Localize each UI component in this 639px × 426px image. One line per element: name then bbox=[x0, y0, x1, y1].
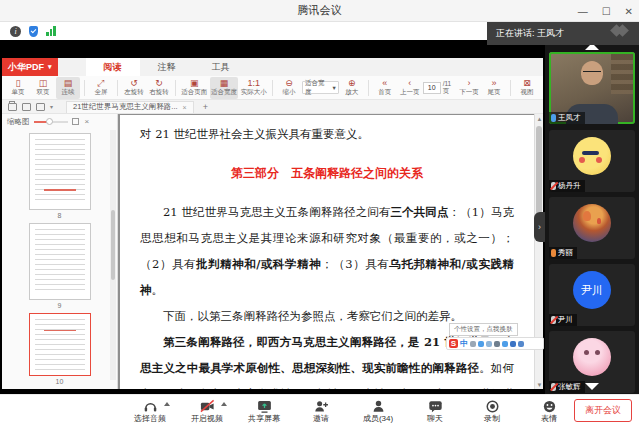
toolbar-button-label: 上一页 bbox=[400, 88, 420, 96]
view-icon: ⊠ bbox=[523, 79, 531, 88]
emoji-icon[interactable] bbox=[486, 341, 492, 347]
skin-icon[interactable] bbox=[478, 341, 484, 347]
toolbar-item-label: 聊天 bbox=[427, 414, 443, 423]
open-folder-icon[interactable] bbox=[8, 103, 17, 111]
pdf-menu-tab-阅读[interactable]: 阅读 bbox=[86, 58, 140, 76]
new-tab-button[interactable]: + bbox=[199, 102, 212, 112]
toolbar-button-label: 双页 bbox=[37, 88, 50, 96]
toolbar-item-chat[interactable]: 聊天 bbox=[413, 399, 457, 423]
toolbar-button-label: 单页 bbox=[12, 88, 25, 96]
zoom-in-icon: ⊕ bbox=[348, 79, 356, 88]
toolbar-button-rotate-right[interactable]: ↻右旋转 bbox=[147, 77, 171, 99]
print-icon[interactable] bbox=[36, 103, 45, 111]
toolbar-item-camera-off[interactable]: 开启视频 bbox=[185, 399, 229, 423]
document-tab[interactable]: 21世纪世界马克思主义阐释路... × bbox=[66, 101, 194, 113]
thumbnail-panel-title: 缩略图 bbox=[7, 117, 30, 127]
info-icon[interactable]: i bbox=[10, 26, 21, 37]
actual-icon: 1:1 bbox=[247, 79, 260, 88]
page-thumbnail[interactable] bbox=[29, 223, 91, 300]
toolbar-button-label: 适合页面 bbox=[181, 88, 207, 96]
page-thumbnail[interactable] bbox=[29, 313, 91, 376]
thumbnail-content bbox=[35, 139, 85, 204]
toolbar-button-last[interactable]: »尾页 bbox=[482, 77, 506, 99]
participant-tile[interactable]: 杨丹升 bbox=[549, 130, 635, 192]
toolbar-button-single[interactable]: ▯单页 bbox=[6, 77, 30, 99]
search-icon[interactable] bbox=[510, 341, 516, 347]
scroll-down-icon[interactable] bbox=[585, 383, 599, 390]
thumbnail-size-slider[interactable] bbox=[34, 121, 68, 123]
zoom-level-select[interactable]: 适合宽度▾ bbox=[302, 81, 339, 94]
text-run: ；（3）具有 bbox=[321, 257, 389, 271]
chevron-down-icon: ▾ bbox=[48, 63, 52, 71]
toolbar-button-next[interactable]: ›下一页 bbox=[457, 77, 481, 99]
chevron-down-icon: ▾ bbox=[332, 84, 335, 92]
toolbar-button-label: 放大 bbox=[345, 88, 358, 96]
close-panel-icon[interactable]: × bbox=[85, 117, 90, 126]
participants-sidebar: 王凤才杨丹升秀丽尹川尹川张敏辉 bbox=[545, 40, 639, 394]
punctuation-icon[interactable] bbox=[470, 341, 476, 347]
toolbar-button-label: 左旋转 bbox=[124, 88, 144, 96]
pdf-app-logo[interactable]: 小华PDF ▾ bbox=[2, 58, 58, 76]
thumbnail-scrollbar[interactable] bbox=[110, 130, 116, 380]
sogou-logo-icon[interactable]: S bbox=[449, 339, 458, 348]
close-button[interactable]: ✕ bbox=[625, 6, 633, 17]
toolbar-item-headset[interactable]: 选择音频 bbox=[128, 399, 172, 423]
toolbar-button-fit-width[interactable]: ▦适合宽度 bbox=[210, 77, 239, 99]
thumbnail-heading-line bbox=[44, 330, 76, 332]
toolbar-button-prev[interactable]: ‹上一页 bbox=[398, 77, 422, 99]
minimize-button[interactable]: — bbox=[578, 6, 588, 17]
login-icon[interactable] bbox=[518, 341, 524, 347]
toolbar-button-label: 右旋转 bbox=[149, 88, 169, 96]
toolbar-item-record[interactable]: 录制 bbox=[470, 399, 514, 423]
pdf-menu-tab-注释[interactable]: 注释 bbox=[140, 58, 194, 76]
toolbar-button-label: 连续 bbox=[62, 88, 75, 96]
toolbar-button-fit-page[interactable]: ▣适合页面 bbox=[180, 77, 209, 99]
scroll-up-icon[interactable]: ▲ bbox=[535, 114, 543, 123]
input-mode-icon[interactable]: 中 bbox=[460, 338, 468, 349]
toolbar-button-continuous[interactable]: ▤连续 bbox=[56, 77, 80, 99]
mic-icon bbox=[551, 114, 556, 122]
expand-icon[interactable] bbox=[72, 118, 79, 125]
toolbar-button-first[interactable]: «首页 bbox=[373, 77, 397, 99]
scroll-down-icon[interactable]: ▼ bbox=[535, 380, 543, 389]
page-thumbnail[interactable] bbox=[29, 133, 91, 210]
leave-meeting-button[interactable]: 离开会议 bbox=[574, 399, 632, 422]
toolbar-button-actual[interactable]: 1:1实际大小 bbox=[239, 77, 268, 99]
mic-muted-icon bbox=[551, 316, 556, 324]
prev-icon: ‹ bbox=[408, 79, 411, 88]
meeting-watermark-icon bbox=[615, 26, 627, 37]
page-number-input[interactable] bbox=[423, 82, 441, 94]
keyboard-icon[interactable] bbox=[494, 341, 500, 347]
toolbar-item-members[interactable]: 成员(34) bbox=[356, 399, 400, 423]
participant-tile[interactable]: 王凤才 bbox=[549, 52, 635, 124]
last-icon: » bbox=[492, 79, 497, 88]
participant-name: 秀丽 bbox=[558, 248, 573, 258]
toolbar-button-view[interactable]: ⊠视图 bbox=[515, 77, 539, 99]
close-tab-icon[interactable]: × bbox=[183, 104, 187, 111]
toolbox-icon[interactable] bbox=[502, 341, 508, 347]
participant-tile[interactable]: 尹川尹川 bbox=[549, 264, 635, 326]
window-titlebar: 腾讯会议 — ☐ ✕ bbox=[0, 0, 639, 22]
shield-icon[interactable] bbox=[29, 26, 38, 37]
text-run: 批判精神和/或科学精神 bbox=[196, 257, 321, 271]
toolbar-button-zoom-out[interactable]: ⊖缩小 bbox=[277, 77, 301, 99]
toolbar-item-share-screen[interactable]: 共享屏幕 bbox=[242, 399, 286, 423]
page-number-label: 9 bbox=[58, 302, 62, 309]
toolbar-button-fullscreen[interactable]: ⤢全屏 bbox=[89, 77, 113, 99]
chevron-up-icon[interactable] bbox=[164, 402, 170, 406]
new-doc-icon[interactable] bbox=[22, 103, 31, 111]
toolbar-button-rotate-left[interactable]: ↺左旋转 bbox=[122, 77, 146, 99]
toolbar-button-zoom-in[interactable]: ⊕放大 bbox=[340, 77, 364, 99]
share-screen-icon bbox=[257, 399, 272, 414]
pdf-toolbar: ▯单页◫双页▤连续⤢全屏↺左旋转↻右旋转▣适合页面▦适合宽度1:1实际大小⊖缩小… bbox=[2, 76, 543, 100]
collapse-sidebar-handle[interactable]: › bbox=[534, 212, 545, 242]
chevron-down-icon[interactable]: ▾ bbox=[50, 103, 53, 110]
maximize-button[interactable]: ☐ bbox=[602, 6, 611, 17]
participant-tile[interactable]: 秀丽 bbox=[549, 197, 635, 259]
toolbar-separator bbox=[175, 80, 176, 96]
chevron-up-icon[interactable] bbox=[221, 402, 227, 406]
toolbar-item-emoji[interactable]: 表情 bbox=[527, 399, 571, 423]
pdf-menu-tab-工具[interactable]: 工具 bbox=[194, 58, 248, 76]
toolbar-button-double[interactable]: ◫双页 bbox=[31, 77, 55, 99]
toolbar-item-invite[interactable]: 邀请 bbox=[299, 399, 343, 423]
